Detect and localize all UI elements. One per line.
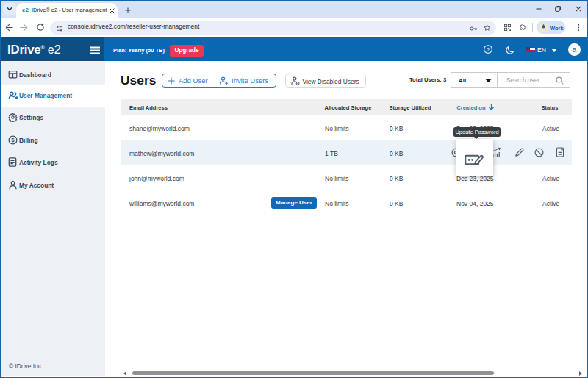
svg-text:$: $ — [11, 137, 14, 143]
svg-text:?: ? — [487, 46, 490, 53]
